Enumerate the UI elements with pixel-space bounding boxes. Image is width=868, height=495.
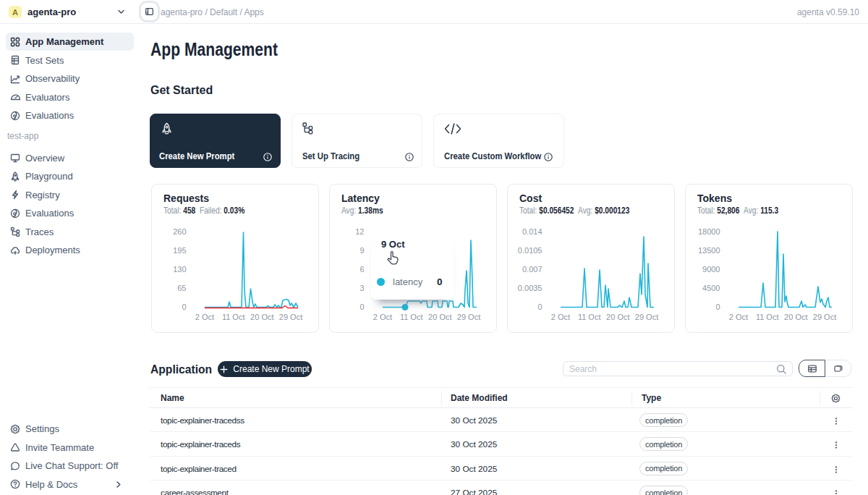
svg-text:0: 0	[182, 302, 186, 311]
svg-text:0: 0	[359, 302, 364, 311]
svg-text:20 Oct: 20 Oct	[428, 313, 451, 321]
svg-text:29 Oct: 29 Oct	[457, 313, 480, 321]
svg-text:2 Oct: 2 Oct	[373, 313, 392, 321]
svg-text:0.0035: 0.0035	[518, 284, 542, 292]
svg-text:20 Oct: 20 Oct	[250, 313, 273, 321]
svg-text:29 Oct: 29 Oct	[279, 313, 302, 321]
svg-text:2 Oct: 2 Oct	[729, 313, 748, 321]
svg-text:9000: 9000	[702, 265, 720, 274]
svg-text:0.014: 0.014	[522, 227, 542, 236]
svg-text:65: 65	[177, 284, 186, 292]
svg-text:13500: 13500	[698, 246, 720, 255]
svg-text:9: 9	[359, 246, 364, 255]
svg-text:4500: 4500	[702, 284, 720, 292]
svg-text:0: 0	[715, 302, 720, 311]
svg-text:3: 3	[359, 284, 364, 292]
svg-text:18000: 18000	[698, 227, 720, 236]
svg-text:11 Oct: 11 Oct	[756, 313, 779, 321]
svg-text:2 Oct: 2 Oct	[551, 313, 570, 321]
svg-text:11 Oct: 11 Oct	[578, 313, 601, 321]
svg-text:11 Oct: 11 Oct	[222, 313, 245, 321]
svg-text:0.0105: 0.0105	[518, 246, 542, 255]
svg-text:20 Oct: 20 Oct	[606, 313, 629, 321]
svg-text:0: 0	[537, 302, 542, 311]
svg-text:130: 130	[173, 265, 186, 274]
svg-text:12: 12	[355, 227, 364, 236]
svg-text:11 Oct: 11 Oct	[400, 313, 423, 321]
svg-text:20 Oct: 20 Oct	[784, 313, 807, 321]
svg-text:2 Oct: 2 Oct	[195, 313, 214, 321]
svg-text:0.007: 0.007	[522, 265, 542, 274]
svg-text:29 Oct: 29 Oct	[813, 313, 836, 321]
svg-text:6: 6	[359, 265, 364, 274]
svg-text:260: 260	[173, 227, 186, 236]
svg-text:195: 195	[173, 246, 186, 255]
svg-text:29 Oct: 29 Oct	[635, 313, 658, 321]
